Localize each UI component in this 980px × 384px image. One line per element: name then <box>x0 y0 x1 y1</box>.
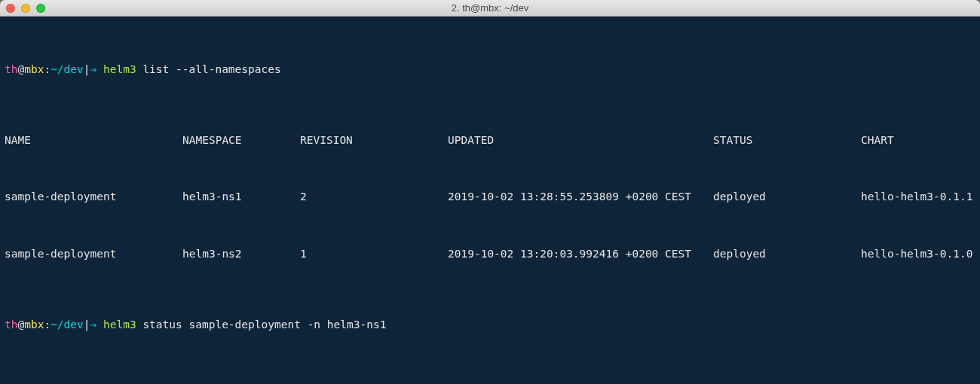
zoom-icon[interactable] <box>36 4 45 13</box>
cell-name: sample-deployment <box>5 247 182 261</box>
col-header-name: NAME <box>5 133 182 148</box>
table-header: NAMENAMESPACEREVISIONUPDATEDSTATUSCHART <box>5 133 975 148</box>
prompt-line: th@mbx:~/dev|⇒ helm3 status sample-deplo… <box>5 318 975 332</box>
terminal-body[interactable]: th@mbx:~/dev|⇒ helm3 list --all-namespac… <box>0 17 980 384</box>
terminal-window: 2. th@mbx: ~/dev th@mbx:~/dev|⇒ helm3 li… <box>0 0 980 384</box>
prompt-sep1: : <box>44 318 51 331</box>
col-header-chart: CHART <box>861 133 975 148</box>
minimize-icon[interactable] <box>21 4 30 13</box>
prompt-arrow: ⇒ <box>90 318 103 331</box>
cell-status: deployed <box>713 190 861 204</box>
prompt-line: th@mbx:~/dev|⇒ helm3 list --all-namespac… <box>5 62 975 77</box>
close-icon[interactable] <box>6 4 15 13</box>
prompt-at: @ <box>17 318 24 331</box>
command-bin: helm3 <box>103 318 136 331</box>
command-args: status sample-deployment -n helm3-ns1 <box>136 318 387 331</box>
cell-namespace: helm3-ns1 <box>182 190 300 204</box>
prompt-user: th <box>5 63 17 75</box>
table-row: sample-deploymenthelm3-ns122019-10-02 13… <box>5 190 975 204</box>
titlebar: 2. th@mbx: ~/dev <box>0 0 980 17</box>
command-bin: helm3 <box>103 63 136 75</box>
prompt-host: mbx <box>24 318 44 331</box>
prompt-arrow: ⇒ <box>90 63 103 75</box>
window-title: 2. th@mbx: ~/dev <box>0 2 980 14</box>
cell-namespace: helm3-ns2 <box>182 247 300 261</box>
prompt-path: ~/dev <box>51 63 84 75</box>
prompt-sep2: | <box>84 318 90 331</box>
table-row: sample-deploymenthelm3-ns212019-10-02 13… <box>5 247 975 261</box>
cell-revision: 2 <box>300 190 448 204</box>
col-header-updated: UPDATED <box>448 133 713 148</box>
col-header-namespace: NAMESPACE <box>182 133 300 148</box>
cell-name: sample-deployment <box>5 190 182 204</box>
cell-chart: hello-helm3-0.1.1 <box>861 190 975 204</box>
prompt-user: th <box>5 318 17 331</box>
cell-updated: 2019-10-02 13:20:03.992416 +0200 CEST <box>448 247 713 261</box>
col-header-revision: REVISION <box>300 133 448 148</box>
cell-updated: 2019-10-02 13:28:55.253809 +0200 CEST <box>448 190 713 204</box>
cell-revision: 1 <box>300 247 448 261</box>
cell-status: deployed <box>713 247 861 261</box>
col-header-status: STATUS <box>713 133 861 148</box>
command-args: list --all-namespaces <box>136 63 281 75</box>
prompt-sep2: | <box>84 63 90 75</box>
cell-chart: hello-helm3-0.1.0 <box>861 247 975 261</box>
prompt-at: @ <box>17 63 24 75</box>
prompt-sep1: : <box>44 63 51 75</box>
window-controls <box>0 4 45 13</box>
prompt-path: ~/dev <box>51 318 84 331</box>
prompt-host: mbx <box>24 63 44 75</box>
